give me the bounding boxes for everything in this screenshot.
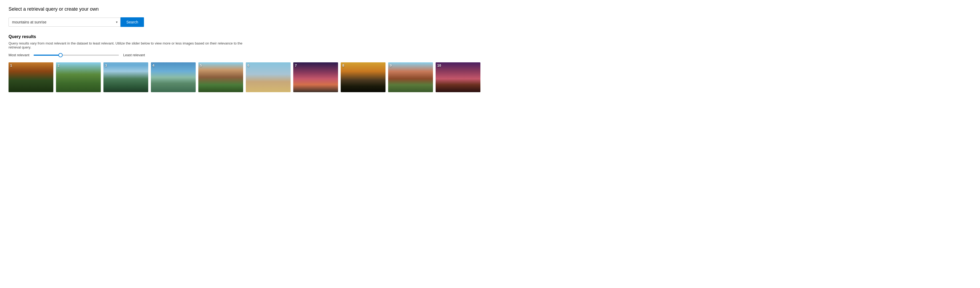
page-title: Select a retrieval query or create your … <box>8 6 972 12</box>
image-item[interactable]: 10 <box>436 62 480 92</box>
relevance-row: Most relevant Least relevant <box>8 53 972 57</box>
image-number: 1 <box>10 63 12 67</box>
query-results-section: Query results Query results vary from mo… <box>8 34 972 92</box>
images-grid: 1 2 3 4 5 6 7 8 9 10 <box>8 62 972 92</box>
slider-fill <box>33 55 60 56</box>
image-item[interactable]: 8 <box>341 62 385 92</box>
relevance-slider-track[interactable] <box>33 55 119 56</box>
image-number: 9 <box>390 63 391 67</box>
image-number: 10 <box>437 63 441 67</box>
image-number: 3 <box>105 63 107 67</box>
image-item[interactable]: 5 <box>198 62 243 92</box>
image-number: 6 <box>247 63 249 67</box>
image-number: 5 <box>200 63 202 67</box>
image-item[interactable]: 6 <box>246 62 291 92</box>
image-item[interactable]: 2 <box>56 62 101 92</box>
image-number: 4 <box>153 63 154 67</box>
least-relevant-label: Least relevant <box>123 53 145 57</box>
image-item[interactable]: 4 <box>151 62 196 92</box>
slider-thumb[interactable] <box>58 53 63 57</box>
query-results-title: Query results <box>8 34 972 39</box>
search-button[interactable]: Search <box>121 17 144 27</box>
image-number: 2 <box>57 63 59 67</box>
search-row: ▾ Search <box>8 17 972 27</box>
most-relevant-label: Most relevant <box>8 53 29 57</box>
image-item[interactable]: 9 <box>388 62 433 92</box>
search-input-wrapper: ▾ <box>8 17 121 27</box>
image-number: 8 <box>342 63 344 67</box>
image-item[interactable]: 3 <box>103 62 148 92</box>
image-number: 7 <box>295 63 297 67</box>
search-input[interactable] <box>9 18 120 26</box>
image-item[interactable]: 1 <box>8 62 53 92</box>
query-results-description: Query results vary from most relevant in… <box>8 41 248 49</box>
image-item[interactable]: 7 <box>293 62 338 92</box>
